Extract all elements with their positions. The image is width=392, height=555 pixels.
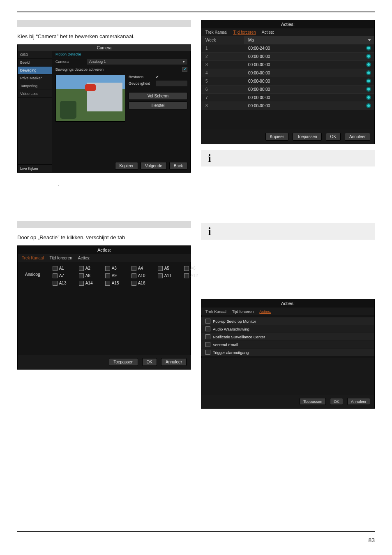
- tab-tijd-forceren[interactable]: Tijd forceren: [233, 30, 256, 35]
- channel-a9[interactable]: A9: [105, 273, 126, 278]
- reactie-intro: Door op „Reactie” te klikken, verschijnt…: [17, 234, 191, 241]
- video-preview[interactable]: [55, 75, 125, 122]
- sidebar-item-osd[interactable]: OSD: [18, 51, 52, 59]
- option-row[interactable]: Verzend Email: [201, 340, 374, 348]
- settings-gear[interactable]: [363, 62, 374, 68]
- checkbox-icon: [205, 326, 210, 331]
- annuleer-button[interactable]: Annuleer: [347, 398, 370, 405]
- volgende-button[interactable]: Volgende: [141, 162, 167, 170]
- channel-a10[interactable]: A10: [131, 273, 152, 278]
- checkbox-icon: [53, 273, 58, 278]
- sidebar-item-tampering[interactable]: Tampering: [18, 82, 52, 90]
- info-box-2: i: [201, 223, 375, 240]
- top-rule: [17, 12, 375, 12]
- camera-select[interactable]: Analoog 1▾: [87, 59, 187, 65]
- time-range[interactable]: 00:00-00:00: [244, 86, 363, 93]
- settings-gear[interactable]: [363, 95, 374, 101]
- channel-a1[interactable]: A1: [53, 266, 73, 271]
- ok-button[interactable]: OK: [330, 398, 343, 405]
- camera-config-screenshot: Camera OSD Beeld Beweging Prive Masker T…: [17, 44, 191, 173]
- channel-a14[interactable]: A14: [79, 281, 99, 286]
- tab-acties[interactable]: Acties:: [262, 30, 274, 35]
- time-range[interactable]: 00:00-00:00: [244, 102, 363, 110]
- time-range[interactable]: 00:00-00:00: [244, 53, 363, 60]
- besturen-label: Besturen: [129, 75, 153, 79]
- slot-index: 2: [201, 53, 244, 60]
- toepassen-button[interactable]: Toepassen: [109, 358, 138, 366]
- toepassen-button[interactable]: Toepassen: [300, 398, 326, 405]
- channel-a8[interactable]: A8: [79, 273, 99, 278]
- tab-acties[interactable]: Acties:: [78, 256, 90, 260]
- sidebar-live-view[interactable]: Live Kijken: [18, 164, 52, 172]
- settings-gear[interactable]: [363, 46, 374, 51]
- toepassen-button[interactable]: Toepassen: [293, 133, 321, 141]
- option-label: Verzend Email: [213, 342, 238, 347]
- channel-a2[interactable]: A2: [79, 266, 99, 271]
- annuleer-button[interactable]: Annuleer: [345, 133, 370, 141]
- channel-a7[interactable]: A7: [53, 273, 73, 278]
- schedule-row: 300:00-00:00: [201, 60, 374, 69]
- channel-a5[interactable]: A5: [158, 266, 178, 271]
- day-select[interactable]: Ma: [244, 36, 374, 44]
- gear-icon: [366, 103, 371, 108]
- info-icon: i: [204, 226, 215, 237]
- channel-a3[interactable]: A3: [105, 266, 126, 271]
- checkbox-icon: [131, 273, 136, 278]
- settings-gear[interactable]: [363, 87, 374, 92]
- back-button[interactable]: Back: [169, 162, 187, 170]
- option-row[interactable]: Pop-up Beeld op Monitor: [201, 317, 374, 325]
- enable-motion-checkbox[interactable]: ✔: [182, 67, 187, 72]
- channel-label: A16: [138, 281, 145, 285]
- time-range[interactable]: 00:00-00:00: [244, 94, 363, 102]
- fullscreen-button[interactable]: Vol Scherm: [129, 92, 187, 100]
- channel-a11[interactable]: A11: [158, 273, 178, 278]
- time-range[interactable]: 00:00-00:00: [244, 61, 363, 69]
- tab-tijd-forceren[interactable]: Tijd forceren: [232, 309, 254, 314]
- annuleer-button[interactable]: Annuleer: [161, 358, 187, 366]
- channel-label: A10: [138, 273, 145, 278]
- schedule-row: 400:00-00:00: [201, 69, 374, 77]
- checkbox-icon: [105, 266, 110, 271]
- channel-a4[interactable]: A4: [131, 266, 152, 271]
- settings-gear[interactable]: [363, 79, 374, 84]
- settings-gear[interactable]: [363, 70, 374, 76]
- tab-trek-kanaal[interactable]: Trek Kanaal: [205, 309, 226, 314]
- kopieer-button[interactable]: Kopieer: [265, 133, 288, 141]
- time-range[interactable]: 00:00-00:00: [244, 77, 363, 85]
- tab-acties[interactable]: Acties:: [259, 309, 271, 314]
- checkbox-icon: [79, 266, 84, 271]
- channel-a15[interactable]: A15: [105, 281, 126, 286]
- sidebar-item-video-loss[interactable]: Video Loss: [18, 90, 52, 98]
- channel-a16[interactable]: A16: [131, 281, 152, 286]
- tab-tijd-forceren[interactable]: Tijd forceren: [50, 256, 72, 260]
- acties-options-dialog: Acties: Trek Kanaal Tijd forceren Acties…: [201, 299, 375, 409]
- gevoeligheid-slider[interactable]: [156, 81, 187, 86]
- checkbox-icon: [205, 350, 210, 355]
- tab-trek-kanaal[interactable]: Trek Kanaal: [22, 256, 44, 260]
- besturen-checkbox[interactable]: ✔: [156, 75, 159, 79]
- settings-gear[interactable]: [363, 103, 374, 109]
- option-label: Audio Waarschuwing: [213, 327, 249, 331]
- channel-label: A1: [59, 266, 64, 271]
- tab-trek-kanaal[interactable]: Trek Kanaal: [205, 30, 228, 35]
- sidebar-item-prive-masker[interactable]: Prive Masker: [18, 74, 52, 82]
- slot-index: 8: [201, 102, 244, 110]
- sidebar-item-beeld[interactable]: Beeld: [18, 59, 52, 67]
- settings-gear[interactable]: [363, 54, 374, 60]
- page-number: 83: [368, 537, 375, 543]
- gear-icon: [366, 87, 371, 92]
- time-range[interactable]: 00:00-24:00: [244, 44, 363, 52]
- ok-button[interactable]: OK: [142, 358, 157, 366]
- checkbox-icon: [105, 281, 110, 286]
- ok-button[interactable]: OK: [326, 133, 341, 141]
- option-row[interactable]: Trigger alarmuitgang: [201, 348, 374, 356]
- kopieer-button[interactable]: Kopieer: [115, 162, 138, 170]
- enable-motion-label: Bewegings detectie activeren: [55, 67, 180, 72]
- channel-a13[interactable]: A13: [53, 281, 73, 286]
- time-range[interactable]: 00:00-00:00: [244, 69, 363, 77]
- slot-index: 7: [201, 94, 244, 102]
- option-row[interactable]: Audio Waarschuwing: [201, 325, 374, 333]
- reset-button[interactable]: Herstel: [129, 102, 187, 109]
- sidebar-item-beweging[interactable]: Beweging: [18, 67, 52, 74]
- option-row[interactable]: Notificatie Surveillance Center: [201, 333, 374, 340]
